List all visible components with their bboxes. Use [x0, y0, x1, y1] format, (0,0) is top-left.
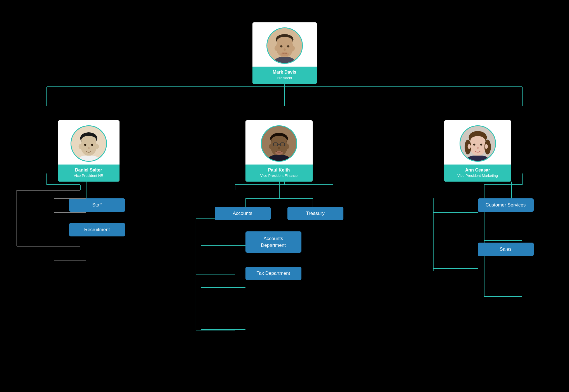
paul-avatar — [261, 125, 297, 162]
svg-point-40 — [84, 144, 86, 146]
ann-column: Ann Ceasar Vice President Marketing Cust… — [433, 120, 551, 280]
paul-card: Paul Keith Vice President Finance — [245, 120, 313, 182]
ann-name-band: Ann Ceasar Vice President Marketing — [444, 165, 511, 182]
recruitment-box: Recruitment — [69, 223, 125, 236]
daniel-avatar — [71, 125, 107, 162]
svg-point-47 — [269, 144, 272, 149]
president-card: Mark Davis President — [252, 22, 317, 84]
treasury-box: Treasury — [287, 207, 343, 220]
svg-point-30 — [280, 45, 282, 48]
svg-point-54 — [278, 147, 280, 149]
svg-point-42 — [88, 147, 90, 149]
svg-point-55 — [275, 151, 283, 154]
daniel-title: Vice President HR — [60, 173, 117, 178]
staff-box: Staff — [69, 198, 125, 212]
svg-point-38 — [78, 144, 81, 149]
svg-point-27 — [277, 37, 292, 46]
daniel-column: Daniel Salter Vice President HR Staff — [19, 120, 125, 280]
president-avatar-wrap — [252, 22, 317, 64]
president-level: Mark Davis President — [252, 22, 317, 84]
ann-avatar-wrap — [444, 120, 511, 162]
svg-point-65 — [480, 144, 482, 145]
president-avatar — [266, 27, 303, 64]
president-title: President — [255, 76, 315, 81]
ann-avatar — [460, 125, 496, 162]
svg-point-66 — [477, 147, 479, 149]
svg-point-59 — [470, 136, 485, 145]
ann-card: Ann Ceasar Vice President Marketing — [444, 120, 511, 182]
svg-point-31 — [287, 45, 289, 48]
svg-point-63 — [484, 144, 488, 149]
svg-point-62 — [467, 144, 470, 149]
svg-point-48 — [286, 144, 289, 149]
svg-point-29 — [291, 46, 294, 51]
svg-point-64 — [473, 144, 475, 145]
svg-point-41 — [91, 144, 93, 146]
paul-name: Paul Keith — [248, 167, 310, 173]
paul-title: Vice President Finance — [248, 173, 310, 178]
accounts-box: Accounts — [215, 207, 271, 220]
ann-title: Vice President Marketing — [446, 173, 509, 178]
paul-column: Paul Keith Vice President Finance Accoun… — [201, 120, 357, 280]
daniel-name: Daniel Salter — [60, 167, 117, 173]
svg-point-39 — [95, 144, 99, 149]
svg-point-32 — [284, 48, 286, 51]
svg-point-33 — [280, 52, 289, 56]
president-name-band: Mark Davis President — [252, 67, 317, 84]
paul-avatar-wrap — [245, 120, 313, 162]
vp-level: Daniel Salter Vice President HR Staff — [19, 120, 551, 280]
svg-point-37 — [81, 136, 96, 144]
daniel-card: Daniel Salter Vice President HR — [58, 120, 120, 182]
sales-box: Sales — [478, 243, 534, 256]
president-name: Mark Davis — [255, 69, 315, 75]
accounts-dept-box: Accounts Department — [245, 231, 301, 253]
ann-name: Ann Ceasar — [446, 167, 509, 173]
daniel-avatar-wrap — [58, 120, 120, 162]
paul-name-band: Paul Keith Vice President Finance — [245, 165, 313, 182]
daniel-name-band: Daniel Salter Vice President HR — [58, 165, 120, 182]
org-chart: Mark Davis President — [0, 0, 569, 392]
tax-dept-box: Tax Department — [245, 267, 301, 280]
svg-point-28 — [274, 46, 277, 51]
customer-services-box: Customer Services — [478, 198, 534, 212]
